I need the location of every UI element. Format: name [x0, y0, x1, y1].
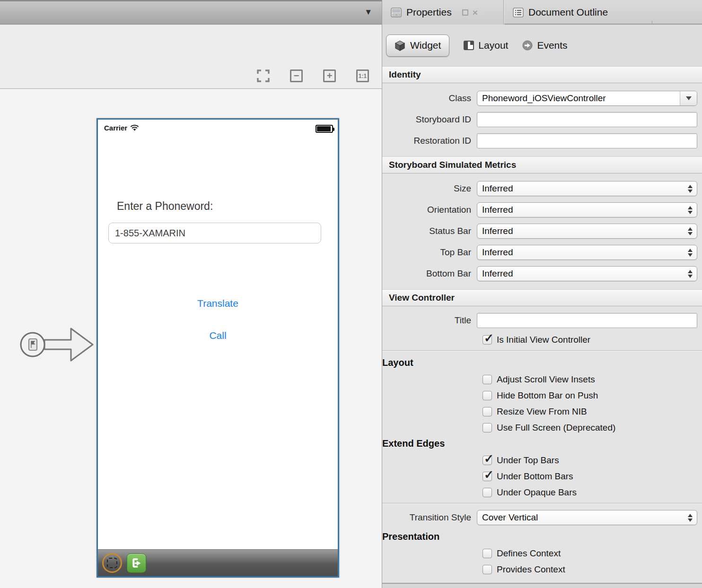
stepper-icon [684, 182, 697, 196]
properties-panel: Properties × Document Outline [382, 0, 702, 588]
orientation-label: Orientation [382, 205, 477, 215]
section-metrics: Size Inferred Orientation Inferred Statu… [382, 173, 702, 289]
close-icon[interactable]: × [473, 8, 478, 17]
section-view-controller: Title Is Initial View Controller Layout … [382, 306, 702, 582]
initial-view-controller-arrow[interactable] [19, 324, 95, 365]
tabbar-underline [504, 24, 702, 25]
checkbox[interactable] [483, 391, 492, 400]
mode-events-button[interactable]: Events [522, 40, 567, 51]
topbar-dropdown-icon[interactable]: ▼ [364, 8, 372, 17]
transition-style-select[interactable]: Cover Vertical [477, 510, 697, 525]
phoneword-input[interactable] [108, 223, 321, 243]
checkbox[interactable] [483, 375, 492, 384]
under-opaque-bars-row[interactable]: Under Opaque Bars [483, 487, 702, 498]
battery-icon [316, 125, 333, 133]
translate-button[interactable]: Translate [98, 298, 338, 309]
top-bar-label: Top Bar [382, 247, 477, 258]
panel-tabbar: Properties × Document Outline [382, 0, 702, 25]
cube-icon [395, 40, 405, 51]
class-value: Phoneword_iOSViewController [477, 91, 680, 105]
orientation-select[interactable]: Inferred [477, 202, 697, 217]
restoration-id-input[interactable] [477, 133, 697, 148]
under-top-bars-row[interactable]: Under Top Bars [483, 455, 702, 466]
panel-bottom-strip [382, 583, 702, 588]
call-button[interactable]: Call [98, 330, 338, 341]
checkbox[interactable] [483, 488, 492, 497]
title-label: Title [382, 315, 477, 326]
layout-group-header: Layout [382, 357, 702, 368]
actual-size-icon[interactable]: 1:1 [356, 69, 369, 82]
layout-icon [464, 41, 474, 50]
tab-document-outline[interactable]: Document Outline [504, 0, 652, 25]
mode-layout-button[interactable]: Layout [464, 40, 508, 51]
storyboard-canvas: Carrier Enter a Phoneword: Translate Cal… [0, 89, 382, 588]
checkbox[interactable] [483, 456, 492, 465]
carrier-label: Carrier [104, 124, 127, 132]
class-combobox[interactable]: Phoneword_iOSViewController [477, 91, 697, 106]
mode-widget-button[interactable]: Widget [386, 35, 449, 57]
designer-topbar: ▼ [0, 0, 382, 25]
stepper-icon [684, 203, 697, 217]
size-select[interactable]: Inferred [477, 181, 697, 196]
view-controller-canvas[interactable]: Carrier Enter a Phoneword: Translate Cal… [97, 118, 339, 578]
restoration-id-label: Restoration ID [382, 136, 477, 146]
tab-document-outline-label: Document Outline [528, 7, 608, 18]
checkbox[interactable] [483, 565, 492, 574]
view-controller-selection-icon[interactable] [102, 553, 122, 573]
checkbox[interactable] [483, 472, 492, 481]
status-bar-label: Status Bar [382, 226, 477, 236]
divider [382, 503, 702, 503]
section-header-view-controller: View Controller [382, 289, 702, 306]
checkbox[interactable] [483, 407, 492, 416]
adjust-scroll-view-insets-row[interactable]: Adjust Scroll View Insets [483, 374, 702, 385]
hide-bottom-bar-on-push-row[interactable]: Hide Bottom Bar on Push [483, 390, 702, 401]
tab-properties[interactable]: Properties × [382, 0, 504, 25]
status-bar-select[interactable]: Inferred [477, 224, 697, 239]
mode-widget-label: Widget [410, 40, 441, 51]
view-controller-bottom-bar [98, 549, 338, 576]
stepper-icon [684, 245, 697, 259]
document-outline-icon [513, 8, 524, 17]
stepper-icon [684, 510, 697, 525]
mode-layout-label: Layout [478, 40, 508, 51]
top-bar-select[interactable]: Inferred [477, 245, 697, 260]
fit-to-screen-icon[interactable] [257, 69, 270, 82]
title-input[interactable] [477, 313, 697, 328]
stepper-icon [684, 267, 697, 281]
phoneword-prompt-label: Enter a Phoneword: [117, 200, 213, 213]
zoom-in-icon[interactable]: + [323, 69, 336, 82]
class-label: Class [382, 93, 477, 104]
resize-view-from-nib-row[interactable]: Resize View From NIB [483, 406, 702, 417]
storyboard-id-input[interactable] [477, 112, 697, 127]
zoom-toolbar: − + 1:1 ZOOM [0, 25, 382, 89]
size-label: Size [382, 183, 477, 194]
checkbox[interactable] [483, 423, 492, 432]
extend-edges-group-header: Extend Edges [382, 438, 702, 449]
view-controller-glyph-icon [29, 339, 37, 350]
provides-context-row[interactable]: Provides Context [483, 564, 702, 575]
section-header-metrics: Storyboard Simulated Metrics [382, 156, 702, 173]
events-icon [522, 40, 533, 51]
dock-icon[interactable] [462, 9, 468, 16]
bottom-bar-select[interactable]: Inferred [477, 266, 697, 281]
mode-events-label: Events [537, 40, 567, 51]
checkbox[interactable] [483, 549, 492, 558]
class-dropdown-button[interactable] [680, 91, 697, 105]
tab-properties-label: Properties [406, 7, 452, 18]
checkbox[interactable] [483, 335, 492, 345]
stepper-icon [684, 224, 697, 238]
section-identity: Class Phoneword_iOSViewController Storyb… [382, 83, 702, 156]
section-header-identity: Identity [382, 66, 702, 83]
zoom-out-icon[interactable]: − [290, 69, 303, 82]
inspector-mode-toolbar: Widget Layout Events [382, 25, 702, 66]
presentation-group-header: Presentation [382, 531, 702, 542]
initial-view-controller-checkbox-row[interactable]: Is Initial View Controller [483, 334, 702, 346]
under-bottom-bars-row[interactable]: Under Bottom Bars [483, 471, 702, 482]
segue-exit-icon[interactable] [127, 553, 146, 573]
properties-pad-icon [391, 8, 402, 17]
divider [382, 350, 702, 351]
use-full-screen-row[interactable]: Use Full Screen (Deprecated) [483, 422, 702, 433]
defines-context-row[interactable]: Defines Context [483, 548, 702, 559]
transition-style-label: Transition Style [382, 512, 477, 523]
storyboard-id-label: Storyboard ID [382, 114, 477, 125]
